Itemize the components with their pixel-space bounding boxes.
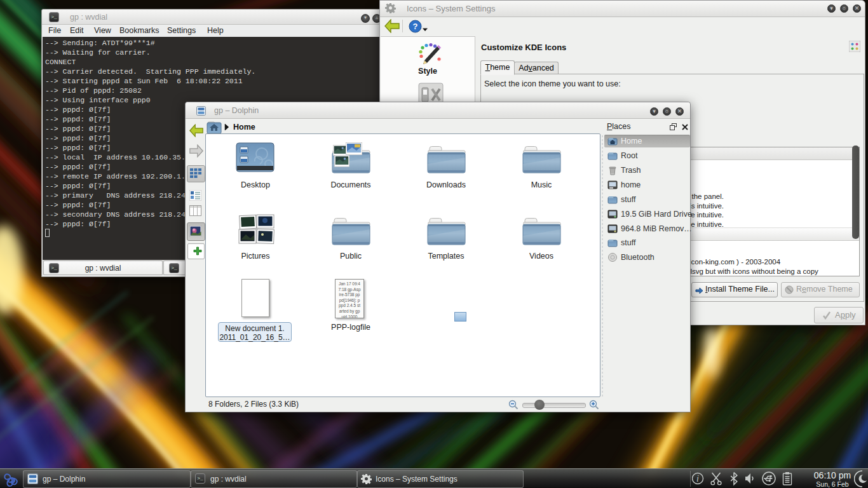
svg-text:i: i xyxy=(696,474,699,484)
svg-text:?: ? xyxy=(413,22,418,31)
